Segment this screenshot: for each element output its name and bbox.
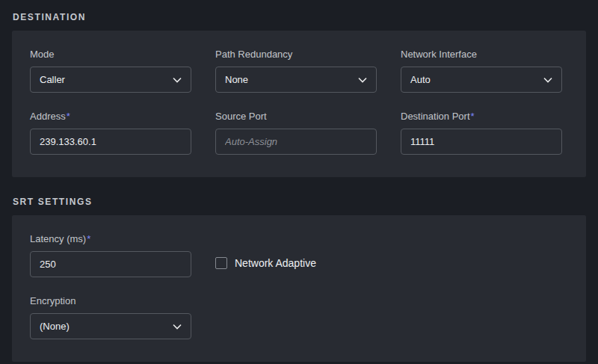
address-input[interactable]	[30, 129, 191, 155]
destination-port-field: Destination Port*	[401, 111, 562, 155]
latency-field: Latency (ms)*	[30, 233, 191, 277]
grid-spacer	[401, 233, 562, 277]
address-label: Address*	[30, 111, 191, 122]
destination-port-input[interactable]	[401, 129, 562, 155]
latency-label-text: Latency (ms)	[30, 233, 86, 244]
chevron-down-icon	[173, 324, 182, 330]
destination-section-title: DESTINATION	[13, 12, 586, 22]
srt-settings-section-title: SRT SETTINGS	[13, 197, 586, 207]
source-port-input[interactable]	[215, 129, 377, 155]
required-asterisk: *	[87, 233, 90, 244]
chevron-down-icon	[543, 77, 552, 83]
mode-field: Mode Caller	[30, 49, 191, 93]
mode-select-value: Caller	[40, 74, 65, 85]
network-interface-select-value: Auto	[410, 74, 431, 85]
network-adaptive-field: Network Adaptive	[215, 250, 377, 276]
destination-port-label-text: Destination Port	[401, 111, 470, 122]
latency-input[interactable]	[30, 251, 191, 277]
address-field: Address*	[30, 111, 191, 155]
address-label-text: Address	[30, 111, 66, 122]
required-asterisk: *	[471, 111, 475, 122]
encryption-select-value: (None)	[40, 321, 70, 332]
network-adaptive-label: Network Adaptive	[235, 257, 316, 269]
path-redundancy-select-value: None	[225, 74, 248, 85]
network-interface-label: Network Interface	[401, 49, 562, 60]
encryption-select[interactable]: (None)	[30, 313, 191, 339]
chevron-down-icon	[358, 77, 367, 83]
destination-port-label: Destination Port*	[401, 111, 562, 122]
srt-settings-panel: Latency (ms)* Network Adaptive Encryptio…	[12, 215, 586, 362]
path-redundancy-select[interactable]: None	[215, 67, 377, 93]
source-port-label: Source Port	[215, 111, 377, 122]
settings-page: DESTINATION Mode Caller Path Redundancy	[0, 0, 598, 362]
path-redundancy-field: Path Redundancy None	[215, 49, 377, 93]
chevron-down-icon	[173, 77, 182, 83]
mode-select[interactable]: Caller	[30, 67, 191, 93]
mode-label: Mode	[30, 49, 191, 60]
latency-label: Latency (ms)*	[30, 233, 191, 244]
path-redundancy-label: Path Redundancy	[215, 49, 377, 60]
destination-panel: Mode Caller Path Redundancy None	[12, 31, 586, 177]
required-asterisk: *	[67, 111, 70, 122]
encryption-field: Encryption (None)	[30, 295, 191, 339]
source-port-field: Source Port	[215, 111, 377, 155]
network-adaptive-checkbox[interactable]	[215, 257, 227, 269]
network-interface-field: Network Interface Auto	[401, 49, 562, 93]
network-interface-select[interactable]: Auto	[401, 67, 562, 93]
encryption-label: Encryption	[30, 295, 191, 306]
